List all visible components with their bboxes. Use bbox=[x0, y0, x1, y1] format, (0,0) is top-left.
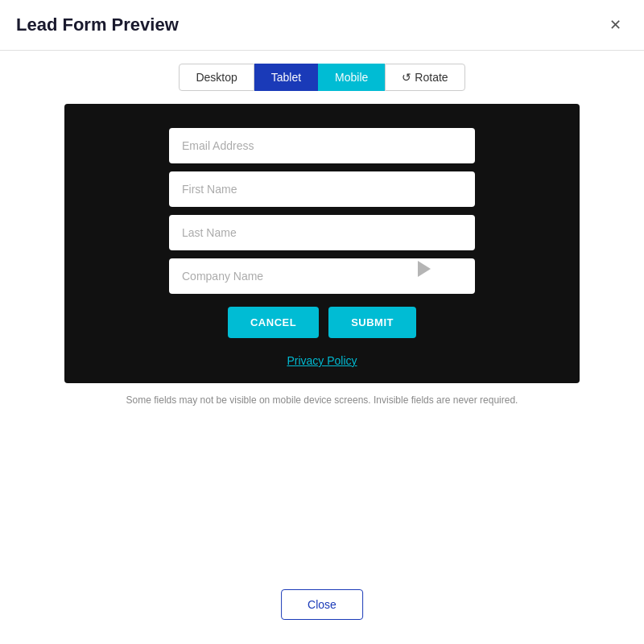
tab-mobile[interactable]: Mobile bbox=[318, 64, 385, 91]
bottom-close-wrapper: Close bbox=[281, 589, 363, 620]
page-container: Lead Form Preview ✕ Desktop Tablet Mobil… bbox=[0, 0, 644, 644]
form-inner: CANCEL SUBMIT Privacy Policy bbox=[169, 128, 475, 367]
last-name-field[interactable] bbox=[169, 215, 475, 250]
header: Lead Form Preview ✕ bbox=[0, 0, 644, 51]
form-canvas: CANCEL SUBMIT Privacy Policy bbox=[64, 104, 580, 383]
cancel-button[interactable]: CANCEL bbox=[228, 307, 319, 338]
rotate-icon: ↺ bbox=[402, 71, 411, 84]
play-icon bbox=[418, 261, 431, 277]
notice-text: Some fields may not be visible on mobile… bbox=[126, 394, 518, 406]
form-buttons: CANCEL SUBMIT bbox=[169, 307, 475, 338]
first-name-field[interactable] bbox=[169, 171, 475, 207]
page-title: Lead Form Preview bbox=[16, 14, 179, 35]
submit-button[interactable]: SUBMIT bbox=[328, 307, 416, 338]
tab-tablet[interactable]: Tablet bbox=[254, 64, 318, 91]
tab-bar: Desktop Tablet Mobile ↺ Rotate bbox=[0, 51, 644, 104]
tab-rotate[interactable]: ↺ Rotate bbox=[385, 64, 464, 91]
tab-desktop[interactable]: Desktop bbox=[179, 64, 254, 91]
email-field[interactable] bbox=[169, 128, 475, 163]
preview-area: CANCEL SUBMIT Privacy Policy Some fields… bbox=[0, 104, 644, 644]
header-close-button[interactable]: ✕ bbox=[603, 13, 628, 37]
bottom-close-button[interactable]: Close bbox=[281, 589, 363, 620]
rotate-label: Rotate bbox=[415, 71, 448, 84]
privacy-policy-link[interactable]: Privacy Policy bbox=[169, 354, 475, 367]
